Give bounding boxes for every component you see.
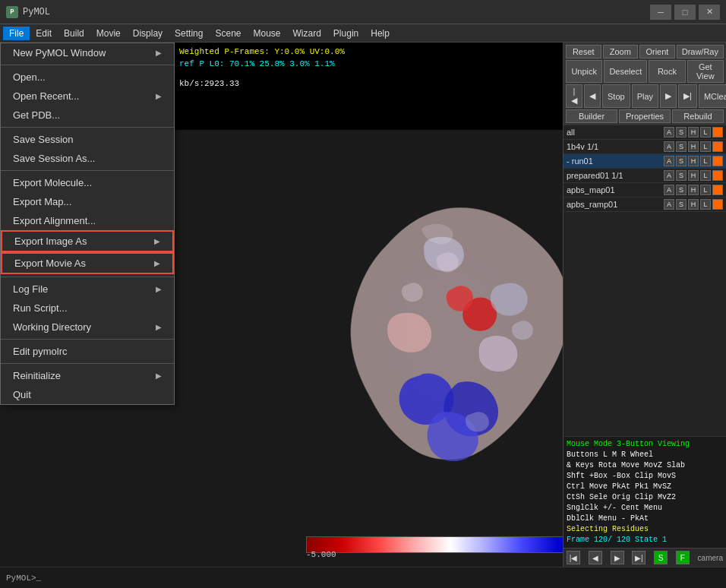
toolbar-btn--[interactable]: ◀ [584,84,601,108]
menu-item-export-alignment-[interactable]: Export Alignment... [1,211,174,230]
menu-item-file[interactable]: File [3,27,30,40]
menu-item-edit-pymolrc[interactable]: Edit pymolrc [1,342,174,361]
menu-item-run-script-[interactable]: Run Script... [1,299,174,318]
close-button[interactable]: ✕ [699,5,720,20]
menu-item-setting[interactable]: Setting [169,27,209,40]
object-item--run01[interactable]: - run01ASHL [563,154,726,169]
object-action-l[interactable]: L [700,185,711,195]
right-panel: ResetZoomOrientDraw/RayUnpickDeselectRoc… [563,43,726,567]
menu-item-log-file[interactable]: Log File▶ [1,280,174,299]
object-action-l[interactable]: L [700,156,711,166]
submenu-arrow-icon: ▶ [154,259,160,267]
toolbar-row-1: UnpickDeselectRockGet View [566,60,724,83]
toolbar-btn-builder[interactable]: Builder [566,109,617,123]
object-item-1b4v-1-1[interactable]: 1b4v 1/1ASHL [563,140,726,154]
toolbar-btn-deselect[interactable]: Deselect [604,60,647,83]
menu-item-wizard[interactable]: Wizard [287,27,327,40]
command-prompt[interactable]: PyMOL>_ [6,574,41,583]
object-action-s[interactable]: S [676,141,687,152]
toolbar-btn--[interactable]: ▶ [660,84,677,108]
object-action-l[interactable]: L [700,199,711,210]
toolbar-btn-orient[interactable]: Orient [639,45,675,58]
menu-item-mouse[interactable]: Mouse [247,27,286,40]
frame-btn--[interactable]: ◀ [589,551,602,564]
frame-btn--[interactable]: ▶| [632,551,646,564]
toolbar-btn-unpick[interactable]: Unpick [566,60,602,83]
menu-item-export-movie-as[interactable]: Export Movie As▶ [1,252,174,274]
menu-item-movie[interactable]: Movie [90,27,127,40]
mouse-info-line: Shft +Box -Box Clip MovS [567,471,723,482]
object-action-l[interactable]: L [700,127,711,138]
menu-item-scene[interactable]: Scene [209,27,247,40]
menu-item-open-recent-[interactable]: Open Recent...▶ [1,87,174,106]
object-action-h[interactable]: H [688,127,699,138]
object-action-a[interactable]: A [664,199,674,210]
menu-separator [1,363,174,364]
object-action-s[interactable]: S [676,127,687,138]
toolbar-btn--[interactable]: ▶| [678,84,697,108]
object-action-a[interactable]: A [664,170,674,181]
toolbar-btn-properties[interactable]: Properties [619,109,671,123]
object-action-l[interactable]: L [700,170,711,181]
object-action-s[interactable]: S [676,185,687,195]
object-action-a[interactable]: A [664,185,674,195]
mouse-info-line: Selecting Residues [567,524,723,535]
toolbar-btn-zoom[interactable]: Zoom [603,45,639,58]
object-item-apbs-map01[interactable]: apbs_map01ASHL [563,183,726,198]
menu-item-display[interactable]: Display [127,27,169,40]
menu-item-label: Export Movie As [14,258,86,269]
app-icon: P [6,6,18,18]
object-action-s[interactable]: S [676,170,687,181]
menu-item-build[interactable]: Build [58,27,90,40]
object-action-h[interactable]: H [688,199,699,210]
maximize-button[interactable]: □ [674,5,696,20]
menu-item-export-molecule-[interactable]: Export Molecule... [1,173,174,192]
menu-item-reinitialize[interactable]: Reinitialize▶ [1,366,174,385]
menu-item-export-image-as[interactable]: Export Image As▶ [1,230,174,252]
toolbar-btn-get-view[interactable]: Get View [687,60,724,83]
object-item-prepared01-1-1[interactable]: prepared01 1/1ASHL [563,169,726,183]
minimize-button[interactable]: ─ [650,5,671,20]
menu-item-label: Edit pymolrc [13,346,68,357]
frame-btn--[interactable]: |◀ [567,551,580,564]
menu-item-open-[interactable]: Open... [1,68,174,87]
toolbar-btn-rebuild[interactable]: Rebuild [672,109,724,123]
menu-item-plugin[interactable]: Plugin [327,27,365,40]
frame-btn--[interactable]: ▶ [611,551,624,564]
menu-bar: FileEditBuildMovieDisplaySettingSceneMou… [0,24,726,43]
object-action-h[interactable]: H [688,141,699,152]
object-action-h[interactable]: H [688,156,699,166]
object-action-l[interactable]: L [700,141,711,152]
menu-item-quit[interactable]: Quit [1,385,174,404]
menu-item-save-session[interactable]: Save Session [1,130,174,149]
menu-item-new-pymol-window[interactable]: New PyMOL Window▶ [1,43,174,62]
object-action-h[interactable]: H [688,170,699,181]
toolbar-btn-play[interactable]: Play [632,84,658,108]
toolbar-btn--[interactable]: |◀ [566,84,582,108]
object-action-a[interactable]: A [664,127,674,138]
menu-item-get-pdb-[interactable]: Get PDB... [1,106,174,125]
menu-item-export-map-[interactable]: Export Map... [1,192,174,211]
object-item-apbs-ramp01[interactable]: apbs_ramp01ASHL [563,198,726,212]
object-item-all[interactable]: allASHL [563,125,726,140]
menu-item-edit[interactable]: Edit [30,27,58,40]
toolbar-btn-reset[interactable]: Reset [566,45,601,58]
frame-btn-s[interactable]: S [654,551,668,564]
object-action-a[interactable]: A [664,141,674,152]
toolbar-btn-rock[interactable]: Rock [649,60,685,83]
toolbar-btn-stop[interactable]: Stop [602,84,630,108]
object-action-s[interactable]: S [676,199,687,210]
menu-item-save-session-as-[interactable]: Save Session As... [1,149,174,168]
menu-item-help[interactable]: Help [365,27,396,40]
object-action-h[interactable]: H [688,185,699,195]
menu-item-label: Save Session As... [13,153,95,164]
object-color-indicator [712,170,723,181]
object-color-indicator [712,185,723,195]
toolbar-btn-draw-ray[interactable]: Draw/Ray [677,45,724,58]
object-action-a[interactable]: A [664,156,674,166]
toolbar-btn-mclear[interactable]: MClear [699,84,726,108]
object-action-s[interactable]: S [676,156,687,166]
menu-item-working-directory[interactable]: Working Directory▶ [1,318,174,337]
camera-label: camera [698,554,723,562]
frame-btn-f[interactable]: F [676,551,690,564]
